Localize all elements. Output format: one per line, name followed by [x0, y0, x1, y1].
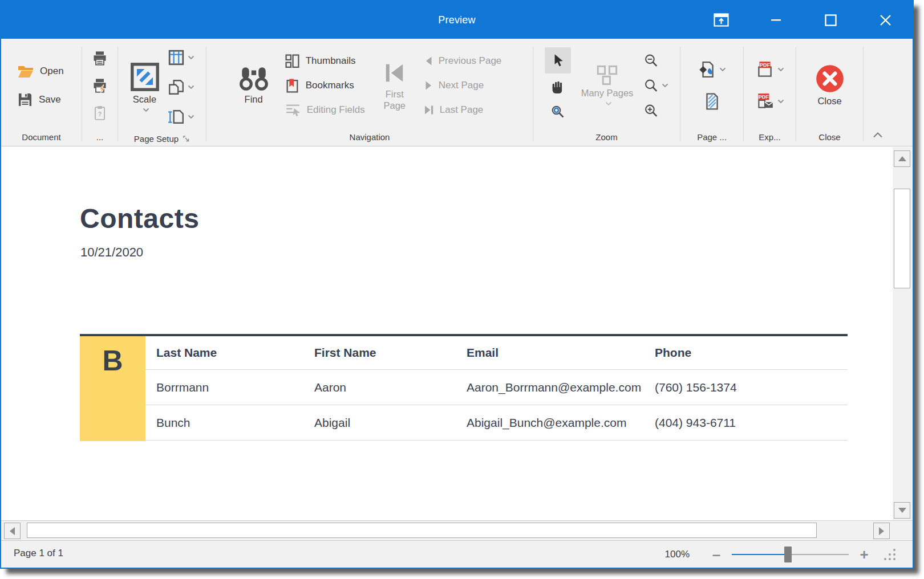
dialog-launcher-icon[interactable]	[183, 135, 190, 142]
cell-phone: (760) 156-1374	[644, 381, 848, 394]
save-button[interactable]: Save	[17, 85, 61, 114]
paper-size-icon	[168, 108, 185, 125]
orientation-button[interactable]	[168, 73, 194, 101]
bookmarks-button[interactable]: Bookmarks	[285, 74, 365, 98]
zoom-in-slider-button[interactable]: +	[858, 549, 870, 560]
scroll-down-button[interactable]	[894, 502, 910, 519]
vertical-scrollbar[interactable]	[893, 147, 912, 520]
zoom-slider-fill	[732, 554, 788, 555]
horizontal-scroll-thumb[interactable]	[27, 523, 817, 538]
ribbon-group-print: ? ...	[82, 39, 117, 146]
ribbon-group-page-background: Page ...	[680, 39, 743, 146]
editing-fields-button[interactable]: Editing Fields	[285, 98, 365, 123]
first-page-button[interactable]: First Page	[380, 59, 410, 112]
send-pdf-icon: PDF	[755, 92, 775, 111]
zoom-controls: 100% – +	[656, 541, 897, 568]
chevron-down-icon	[143, 108, 149, 112]
margins-button[interactable]	[168, 43, 194, 72]
ribbon-group-label-export: Exp...	[744, 128, 796, 146]
previous-page-button[interactable]: Previous Page	[424, 49, 502, 74]
find-label: Find	[245, 94, 263, 105]
many-pages-label: Many Pages	[581, 88, 634, 99]
ribbon-group-label-document: Document	[1, 128, 82, 146]
ribbon-group-label-print: ...	[82, 128, 117, 146]
last-page-icon	[424, 105, 434, 115]
print-button[interactable]	[87, 45, 113, 71]
svg-text:?: ?	[98, 111, 102, 117]
scale-button[interactable]: Scale	[130, 62, 160, 112]
export-to-pdf-button[interactable]: PDF	[755, 56, 784, 83]
zoom-tool-button[interactable]	[545, 100, 571, 124]
collapse-ribbon-button[interactable]	[873, 130, 883, 140]
zoom-level-button[interactable]	[643, 74, 668, 97]
column-header-first-name: First Name	[303, 346, 456, 360]
ribbon-display-options-button[interactable]	[708, 9, 733, 31]
cell-first-name: Aaron	[303, 381, 456, 394]
cell-email: Aaron_Borrmann@example.com	[456, 381, 644, 394]
first-page-icon	[381, 59, 408, 87]
zoom-in-button[interactable]	[643, 99, 668, 122]
page-color-button[interactable]	[698, 56, 726, 83]
page-background-icon	[703, 92, 721, 111]
open-button[interactable]: Open	[17, 57, 64, 85]
vertical-scroll-thumb[interactable]	[894, 189, 910, 288]
watermark-button[interactable]	[703, 88, 721, 115]
cell-last-name: Borrmann	[145, 381, 303, 394]
ribbon: Open Save Document	[1, 39, 913, 146]
close-window-icon	[880, 14, 891, 26]
ribbon-group-page-setup: Scale	[118, 39, 206, 146]
pointer-tool-button[interactable]	[545, 47, 571, 74]
open-folder-icon	[17, 64, 34, 79]
find-button[interactable]: Find	[238, 66, 270, 105]
ribbon-group-export: PDF PDF Exp...	[744, 39, 796, 146]
resize-grip-icon[interactable]	[883, 548, 897, 561]
save-label: Save	[39, 94, 61, 105]
zoom-out-icon	[643, 53, 659, 68]
previous-page-icon	[424, 56, 433, 66]
next-page-icon	[424, 80, 433, 91]
print-options-button[interactable]: ?	[87, 100, 113, 126]
zoom-out-button[interactable]	[643, 49, 668, 72]
minimize-button[interactable]	[763, 9, 788, 31]
group-letter-cell: B	[80, 336, 145, 441]
thumbnails-button[interactable]: Thumbnails	[285, 49, 365, 74]
chevron-down-icon	[777, 99, 784, 104]
maximize-button[interactable]	[818, 9, 843, 31]
scroll-right-button[interactable]	[873, 523, 890, 539]
send-pdf-email-button[interactable]: PDF	[755, 88, 784, 115]
contacts-table: B Last Name First Name Email Phone Borrm…	[80, 334, 848, 441]
close-preview-button[interactable]: Close	[815, 64, 845, 107]
collapse-ribbon-icon	[873, 132, 883, 138]
zoom-in-icon	[643, 103, 659, 119]
bookmarks-label: Bookmarks	[306, 80, 354, 91]
group-separator	[863, 47, 864, 141]
last-page-button[interactable]: Last Page	[424, 98, 502, 123]
horizontal-scrollbar[interactable]	[1, 520, 913, 540]
chevron-down-icon	[188, 115, 194, 119]
column-header-phone: Phone	[644, 346, 848, 360]
paper-size-button[interactable]	[168, 103, 194, 131]
document-preview-area[interactable]: Contacts 10/21/2020 B Last Name First Na…	[1, 147, 892, 520]
scroll-up-button[interactable]	[894, 150, 910, 167]
zoom-tool-icon	[550, 104, 565, 119]
zoom-slider-thumb[interactable]	[784, 547, 792, 562]
pointer-icon	[550, 53, 565, 68]
titlebar[interactable]: Preview	[1, 1, 913, 39]
zoom-out-slider-button[interactable]: –	[710, 549, 723, 560]
chevron-down-icon	[188, 55, 194, 60]
close-window-button[interactable]	[873, 9, 898, 31]
chevron-down-icon	[605, 101, 612, 106]
first-page-label: First Page	[380, 89, 410, 112]
quick-print-button[interactable]	[87, 72, 113, 99]
scroll-up-icon	[898, 156, 906, 161]
watermark-icon	[698, 60, 716, 79]
zoom-slider[interactable]	[732, 546, 849, 563]
last-page-label: Last Page	[440, 104, 484, 116]
next-page-button[interactable]: Next Page	[424, 74, 502, 98]
scroll-left-button[interactable]	[4, 523, 21, 539]
ribbon-group-label-page-setup: Page Setup	[118, 131, 206, 146]
many-pages-button[interactable]: Many Pages	[581, 65, 634, 106]
hand-tool-button[interactable]	[545, 75, 571, 99]
open-label: Open	[40, 66, 64, 77]
hand-tool-icon	[550, 79, 565, 95]
